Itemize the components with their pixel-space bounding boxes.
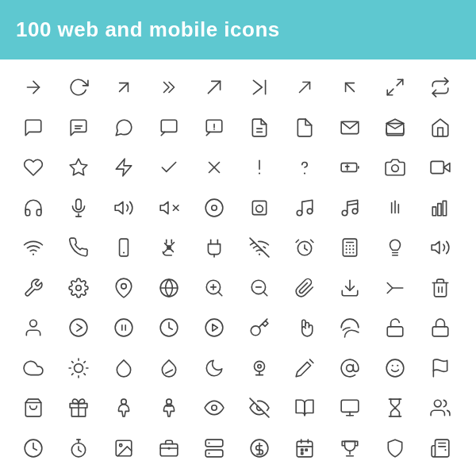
svg-point-47 [342,210,347,216]
electric-icon [193,228,236,267]
svg-marker-106 [213,324,218,332]
svg-point-100 [70,319,87,336]
svg-point-105 [205,319,223,336]
arrow-up-right-2-icon [193,67,236,107]
phone-icon [57,228,100,267]
newspaper-icon [419,428,462,468]
svg-marker-36 [115,202,123,213]
cloud-icon [12,348,55,388]
svg-line-89 [218,292,222,296]
svg-line-113 [84,373,86,374]
open-envelope-icon [374,108,416,148]
svg-line-3 [300,83,310,93]
equalizer-icon [374,188,416,228]
svg-rect-147 [160,443,178,455]
svg-marker-31 [443,163,450,172]
svg-point-109 [75,363,83,372]
svg-line-1 [120,83,129,92]
refresh-icon [57,67,100,107]
megaphone-icon [419,228,462,267]
bar-chart-icon [419,188,462,228]
music-note-icon [283,188,326,228]
fast-forward-icon [238,67,281,107]
clock-icon [148,308,190,347]
svg-point-65 [259,254,260,255]
svg-point-84 [76,285,82,290]
svg-line-118 [166,370,173,373]
wrench-icon [12,268,55,308]
chat-bubble-icon [102,108,145,148]
hourglass-icon [374,388,416,428]
no-eye-icon [238,388,281,428]
image-icon [102,428,145,468]
double-chevron-right-icon [148,67,190,107]
svg-line-123 [310,359,313,363]
icons-grid [0,60,476,476]
question-icon [283,148,326,187]
music-notes-icon [328,188,371,228]
svg-rect-158 [301,449,303,451]
svg-point-120 [258,364,261,367]
disc-icon [193,188,236,228]
svg-point-48 [352,209,358,214]
svg-rect-71 [343,239,356,256]
svg-point-133 [167,399,172,405]
svg-line-5 [397,79,403,86]
svg-rect-150 [205,450,223,457]
download-icon [328,268,371,308]
svg-point-140 [434,400,441,407]
speaker-icon [238,188,281,228]
alarm-clock-icon [283,228,326,267]
mobile-icon [102,228,145,267]
camera-icon [374,148,416,187]
svg-line-116 [72,373,74,374]
book-icon [283,388,326,428]
svg-rect-108 [432,327,448,336]
paperclip-icon [283,268,326,308]
wifi-icon [12,228,55,267]
arrow-up-right-icon [102,67,145,107]
pause-icon [102,308,145,347]
comment-icon [12,108,55,148]
document-icon [238,108,281,148]
file-icon [283,108,326,148]
location-pin-icon [102,268,145,308]
svg-point-45 [297,210,302,216]
play-icon [193,308,236,347]
svg-line-6 [387,89,393,95]
svg-marker-19 [70,159,87,175]
key-icon [238,308,281,347]
shield-icon [374,428,416,468]
pencil-icon [283,348,326,388]
home-icon [419,108,462,148]
svg-point-24 [259,173,260,175]
svg-point-30 [392,165,399,172]
svg-rect-154 [297,441,313,457]
svg-line-93 [263,292,267,296]
svg-point-56 [33,254,34,255]
svg-marker-20 [116,159,132,176]
arrow-right-icon [12,67,55,107]
arrow-scatter-icon [419,67,462,107]
svg-line-112 [72,361,74,363]
flag-icon [419,348,462,388]
clock-2-icon [12,428,55,468]
heart-icon [12,148,55,187]
svg-point-132 [121,399,127,405]
svg-rect-54 [438,203,441,215]
exclamation-icon [238,148,281,187]
drop-2-icon [148,348,190,388]
email-icon [328,108,371,148]
svg-rect-107 [387,327,403,336]
user-icon [12,308,55,347]
svg-point-41 [212,205,217,210]
speech-bubble-icon [148,108,190,148]
svg-rect-149 [205,440,223,447]
bird-icon [328,308,371,347]
svg-point-99 [30,320,37,327]
trophy-icon [328,428,371,468]
person-female-icon [148,388,190,428]
search-minus-icon [238,268,281,308]
server-icon [193,428,236,468]
battery-icon [328,148,371,187]
